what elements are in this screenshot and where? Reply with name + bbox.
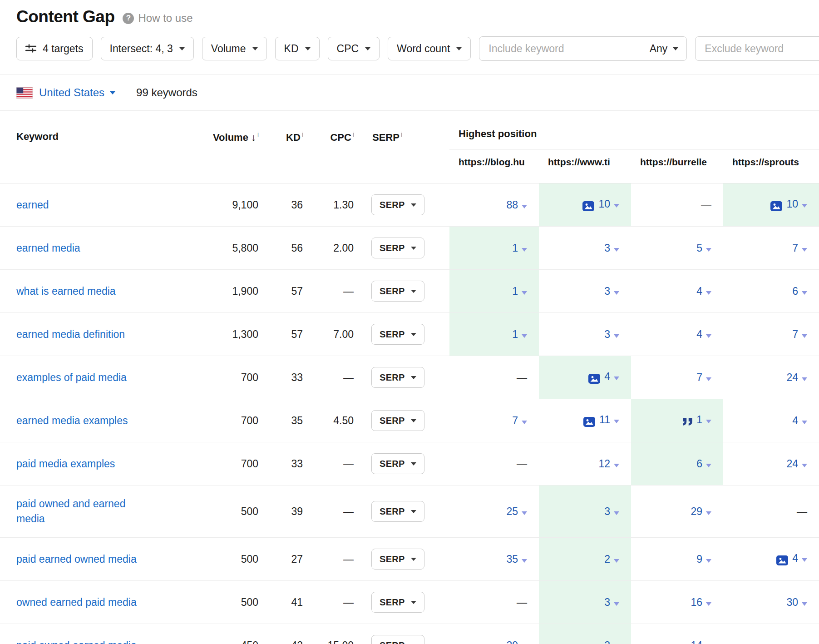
col-header-kd[interactable]: KDi (259, 111, 303, 183)
position-value[interactable]: 9 (696, 553, 702, 565)
position-dropdown-icon[interactable] (614, 204, 619, 208)
position-value[interactable]: 4 (696, 328, 702, 340)
position-dropdown-icon[interactable] (614, 602, 619, 606)
position-value[interactable]: 4 (792, 552, 798, 564)
position-value[interactable]: 88 (506, 199, 518, 211)
position-dropdown-icon[interactable] (522, 291, 527, 295)
position-value[interactable]: 7 (792, 242, 798, 254)
serp-button[interactable]: SERP (371, 549, 424, 570)
info-icon[interactable]: i (302, 131, 303, 138)
serp-button[interactable]: SERP (371, 367, 424, 388)
position-value[interactable]: 39 (506, 639, 518, 644)
position-dropdown-icon[interactable] (522, 334, 527, 338)
position-dropdown-icon[interactable] (802, 377, 807, 381)
serp-button[interactable]: SERP (371, 410, 424, 431)
position-dropdown-icon[interactable] (802, 464, 807, 467)
col-header-volume[interactable]: Volume↓i (173, 111, 259, 183)
position-dropdown-icon[interactable] (706, 511, 711, 515)
target-column-header-3[interactable]: https://burrelle (631, 149, 723, 183)
keyword-link[interactable]: paid owned and earned media (16, 498, 125, 525)
keyword-link[interactable]: paid earned owned media (16, 553, 137, 565)
position-value[interactable]: 1 (512, 242, 518, 254)
position-dropdown-icon[interactable] (614, 559, 619, 563)
keyword-link[interactable]: paid owned earned media (16, 639, 137, 644)
kd-filter-dropdown[interactable]: KD (275, 37, 320, 60)
how-to-use-link[interactable]: ? How to use (123, 12, 192, 25)
include-keyword-input[interactable] (488, 42, 649, 55)
position-dropdown-icon[interactable] (522, 248, 527, 252)
position-value[interactable]: 5 (696, 242, 702, 254)
position-value[interactable]: 4 (604, 371, 610, 382)
position-dropdown-icon[interactable] (614, 291, 619, 295)
position-dropdown-icon[interactable] (614, 248, 619, 252)
position-value[interactable]: 6 (792, 285, 798, 297)
position-value[interactable]: 3 (604, 285, 610, 297)
info-icon[interactable]: i (401, 131, 402, 138)
position-value[interactable]: 1 (512, 285, 518, 297)
serp-button[interactable]: SERP (371, 453, 424, 474)
position-value[interactable]: 10 (598, 198, 610, 210)
intersect-dropdown[interactable]: Intersect: 4, 3 (101, 37, 194, 60)
keyword-link[interactable]: what is earned media (16, 285, 116, 297)
position-value[interactable]: 25 (506, 505, 518, 517)
position-dropdown-icon[interactable] (706, 420, 711, 423)
position-value[interactable]: 10 (786, 198, 798, 210)
position-value[interactable]: 24 (786, 372, 798, 383)
position-value[interactable]: 2 (604, 553, 610, 565)
keyword-link[interactable]: earned (16, 199, 49, 211)
position-value[interactable]: 6 (696, 458, 702, 470)
position-dropdown-icon[interactable] (614, 376, 619, 380)
info-icon[interactable]: i (353, 131, 354, 138)
position-dropdown-icon[interactable] (802, 334, 807, 338)
position-dropdown-icon[interactable] (802, 558, 807, 562)
position-dropdown-icon[interactable] (614, 511, 619, 515)
targets-button[interactable]: 4 targets (16, 37, 93, 60)
keyword-link[interactable]: earned media examples (16, 415, 128, 426)
position-value[interactable]: 3 (604, 242, 610, 254)
word-count-filter-dropdown[interactable]: Word count (388, 37, 471, 60)
target-column-header-4[interactable]: https://sprouts (723, 149, 819, 183)
position-value[interactable]: 30 (786, 596, 798, 608)
position-dropdown-icon[interactable] (706, 559, 711, 563)
position-value[interactable]: 35 (506, 553, 518, 565)
keyword-link[interactable]: paid media examples (16, 458, 115, 470)
position-value[interactable]: 4 (792, 415, 798, 426)
position-dropdown-icon[interactable] (522, 205, 527, 208)
cpc-filter-dropdown[interactable]: CPC (328, 37, 380, 60)
position-value[interactable]: 24 (786, 458, 798, 470)
position-value[interactable]: 7 (696, 372, 702, 383)
position-value[interactable]: 3 (604, 328, 610, 340)
position-dropdown-icon[interactable] (522, 511, 527, 515)
position-value[interactable]: 3 (604, 596, 610, 608)
position-dropdown-icon[interactable] (522, 559, 527, 563)
position-dropdown-icon[interactable] (614, 464, 619, 467)
position-dropdown-icon[interactable] (802, 204, 807, 208)
position-dropdown-icon[interactable] (614, 420, 619, 423)
serp-button[interactable]: SERP (371, 281, 424, 302)
serp-button[interactable]: SERP (371, 324, 424, 345)
serp-button[interactable]: SERP (371, 635, 424, 644)
volume-filter-dropdown[interactable]: Volume (202, 37, 267, 60)
keyword-link[interactable]: owned earned paid media (16, 596, 137, 608)
country-selector[interactable]: United States (39, 86, 115, 99)
position-dropdown-icon[interactable] (802, 421, 807, 424)
serp-button[interactable]: SERP (371, 501, 424, 522)
keyword-link[interactable]: earned media definition (16, 328, 125, 340)
serp-button[interactable]: SERP (371, 194, 424, 215)
position-value[interactable]: 3 (604, 505, 610, 517)
keyword-link[interactable]: earned media (16, 242, 80, 254)
position-dropdown-icon[interactable] (706, 602, 711, 606)
keyword-link[interactable]: examples of paid media (16, 372, 127, 383)
position-value[interactable]: 11 (599, 414, 610, 426)
position-value[interactable]: 29 (691, 505, 702, 517)
position-value[interactable]: 16 (691, 596, 702, 608)
position-value[interactable]: 3 (604, 639, 610, 644)
col-header-cpc[interactable]: CPCi (303, 111, 354, 183)
position-value[interactable]: 14 (691, 639, 702, 644)
position-dropdown-icon[interactable] (802, 248, 807, 252)
info-icon[interactable]: i (257, 131, 259, 138)
serp-button[interactable]: SERP (371, 238, 424, 258)
position-value[interactable]: 12 (598, 458, 610, 470)
position-dropdown-icon[interactable] (706, 334, 711, 338)
position-dropdown-icon[interactable] (802, 602, 807, 606)
